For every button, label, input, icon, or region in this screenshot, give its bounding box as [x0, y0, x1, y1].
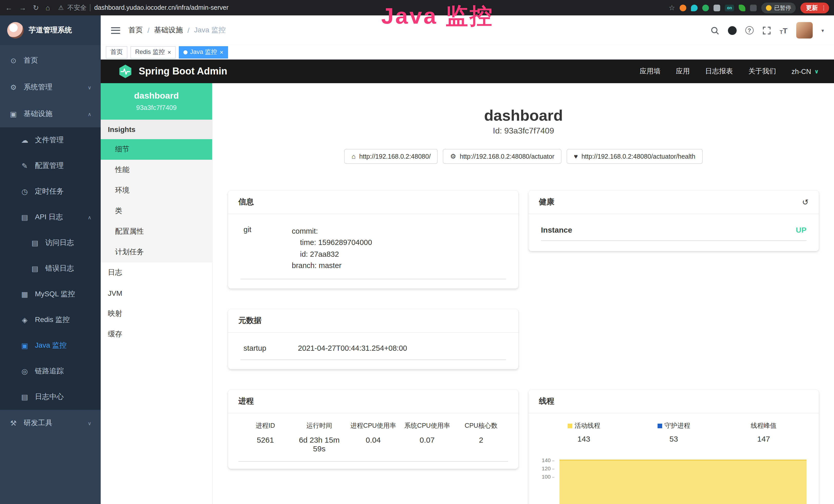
- process-col-process-cpu: 进程CPU使用率 0.04: [346, 421, 400, 453]
- sidebar-item-label: 配置管理: [35, 161, 64, 170]
- close-icon[interactable]: ×: [168, 49, 171, 55]
- sidebar-item-system-mgmt[interactable]: ⚙ 系统管理 ∨: [0, 74, 101, 101]
- sidebar-item-label: 定时任务: [35, 187, 64, 196]
- legend-value: 53: [629, 434, 719, 443]
- sba-item-details[interactable]: 细节: [101, 139, 212, 160]
- tab-java-monitor[interactable]: Java 监控 ×: [179, 46, 228, 58]
- sba-instance-header[interactable]: dashboard 93a3fc7f7409: [101, 83, 212, 120]
- breadcrumb-item-infrastructure[interactable]: 基础设施: [154, 26, 183, 35]
- actuator-url-button[interactable]: ⚙ http://192.168.0.2:48080/actuator: [443, 149, 562, 164]
- fullscreen-icon[interactable]: [762, 26, 771, 35]
- close-icon[interactable]: ×: [220, 49, 223, 55]
- sba-nav-wallboard[interactable]: 应用墙: [640, 67, 661, 76]
- health-url-button[interactable]: ♥ http://192.168.0.2:48080/actuator/heal…: [567, 149, 702, 164]
- tab-redis-monitor[interactable]: Redis 监控 ×: [130, 46, 176, 58]
- back-icon[interactable]: ←: [5, 4, 12, 11]
- sidebar-item-home[interactable]: ⊙ 首页: [0, 47, 101, 74]
- sba-item-logs[interactable]: 日志: [101, 262, 212, 283]
- font-size-icon[interactable]: TT: [780, 26, 788, 35]
- sidebar-item-scheduled-jobs[interactable]: ◷ 定时任务: [0, 179, 101, 204]
- sidebar-item-file-mgmt[interactable]: ☁ 文件管理: [0, 127, 101, 153]
- sidebar-item-config-mgmt[interactable]: ✎ 配置管理: [0, 153, 101, 179]
- eye-icon: ◎: [21, 367, 29, 375]
- history-icon[interactable]: ↺: [802, 198, 809, 206]
- sidebar-item-label: 系统管理: [24, 83, 52, 92]
- sidebar-item-dev-tools[interactable]: ⚒ 研发工具 ∨: [0, 410, 101, 436]
- kebab-menu-icon[interactable]: ⋮: [821, 4, 827, 11]
- sba-item-scheduled-tasks[interactable]: 计划任务: [101, 242, 212, 262]
- column-value: 5261: [238, 435, 292, 444]
- extension-icon-1[interactable]: [680, 4, 686, 11]
- column-header: 进程ID: [238, 421, 292, 430]
- extension-puzzle-icon[interactable]: [750, 4, 757, 11]
- legend-value: 143: [539, 434, 629, 443]
- sba-item-config-props[interactable]: 配置属性: [101, 221, 212, 242]
- security-warning-icon: ⚠: [58, 4, 64, 11]
- extension-leaf-icon[interactable]: [739, 4, 745, 11]
- health-card-header: 健康 ↺: [529, 190, 819, 214]
- extension-icon-4[interactable]: [714, 4, 720, 11]
- bookmark-star-icon[interactable]: ☆: [668, 4, 675, 11]
- extension-on-badge[interactable]: on: [725, 4, 734, 11]
- sba-item-environment[interactable]: 环境: [101, 180, 212, 201]
- sidebar-item-api-logs[interactable]: ▤ API 日志 ∧: [0, 204, 101, 230]
- app-logo[interactable]: 芋道管理系统: [0, 16, 101, 45]
- sba-item-metrics[interactable]: 性能: [101, 160, 212, 180]
- sidebar-item-log-center[interactable]: ▤ 日志中心: [0, 384, 101, 410]
- column-header: 系统CPU使用率: [400, 421, 454, 430]
- address-bar[interactable]: ⚠ 不安全 dashboard.yudao.iocoder.cn/infra/a…: [58, 3, 665, 12]
- sidebar-item-java-monitor[interactable]: ▣ Java 监控: [0, 333, 101, 359]
- github-icon[interactable]: [728, 26, 737, 35]
- sba-item-jvm[interactable]: JVM: [101, 283, 212, 303]
- sidebar-toggle-icon[interactable]: [111, 27, 120, 33]
- forward-icon[interactable]: →: [19, 4, 26, 11]
- sidebar-item-mysql-monitor[interactable]: ▦ MySQL 监控: [0, 281, 101, 307]
- sba-nav-applications[interactable]: 应用: [676, 67, 690, 76]
- app-nav: ⊙ 首页 ⚙ 系统管理 ∨ ▣ 基础设施 ∧ ☁ 文件管理: [0, 45, 101, 504]
- sba-nav-about[interactable]: 关于我们: [748, 67, 776, 76]
- paused-badge[interactable]: 已暂停: [761, 2, 796, 13]
- app-logo-title: 芋道管理系统: [29, 26, 72, 35]
- sidebar-item-tracing[interactable]: ◎ 链路追踪: [0, 359, 101, 384]
- browser-home-icon[interactable]: ⌂: [45, 4, 50, 11]
- paused-badge-label: 已暂停: [774, 4, 791, 12]
- sidebar-item-label: 访问日志: [45, 238, 74, 248]
- breadcrumb-item-home[interactable]: 首页: [128, 26, 143, 35]
- caret-down-icon[interactable]: ▾: [821, 27, 824, 33]
- sidebar-item-access-logs[interactable]: ▤ 访问日志: [0, 230, 101, 256]
- update-button[interactable]: 更新 ⋮: [800, 2, 829, 13]
- instance-url-button[interactable]: ⌂ http://192.168.0.2:48080/: [345, 149, 438, 164]
- health-instance-row[interactable]: Instance UP: [541, 225, 807, 241]
- breadcrumb-separator: /: [188, 26, 190, 35]
- tab-label: Redis 监控: [135, 48, 165, 56]
- cloud-icon: ☁: [21, 136, 29, 144]
- reload-icon[interactable]: ↻: [33, 4, 39, 11]
- clock-icon: ◷: [21, 187, 29, 196]
- infrastructure-icon: ▣: [9, 110, 18, 118]
- help-icon[interactable]: ?: [745, 26, 753, 35]
- sba-item-caches[interactable]: 缓存: [101, 324, 212, 345]
- sba-main: dashboard Id: 93a3fc7f7409 ⌂ http://192.…: [213, 83, 834, 504]
- extension-icon-2[interactable]: [691, 4, 698, 11]
- sba-nav-journal[interactable]: 日志报表: [705, 67, 733, 76]
- sba-brand-title[interactable]: Spring Boot Admin: [139, 66, 227, 77]
- extension-icon-3[interactable]: [702, 4, 709, 11]
- legend-daemon-threads: 守护进程 53: [629, 421, 719, 443]
- sidebar-item-label: 日志中心: [35, 392, 64, 402]
- chevron-down-icon: ∨: [88, 420, 91, 426]
- sidebar-item-label: Java 监控: [35, 341, 67, 350]
- sidebar-item-redis-monitor[interactable]: ◈ Redis 监控: [0, 307, 101, 333]
- sidebar-item-infrastructure[interactable]: ▣ 基础设施 ∧: [0, 101, 101, 127]
- tab-home[interactable]: 首页: [106, 46, 127, 58]
- sba-locale-select[interactable]: zh-CN ∨: [792, 68, 819, 75]
- column-value: 6d 23h 15m 59s: [292, 435, 346, 453]
- y-axis-tick: 120: [539, 466, 554, 471]
- user-avatar[interactable]: [796, 22, 813, 39]
- search-icon[interactable]: [710, 26, 719, 35]
- redis-icon: ◈: [21, 316, 29, 324]
- active-threads-area: [559, 460, 807, 504]
- sba-item-mappings[interactable]: 映射: [101, 303, 212, 324]
- metadata-card-body: startup 2021-04-27T00:44:31.254+08:00: [228, 333, 518, 369]
- sidebar-item-error-logs[interactable]: ▤ 错误日志: [0, 256, 101, 281]
- sba-item-classes[interactable]: 类: [101, 201, 212, 221]
